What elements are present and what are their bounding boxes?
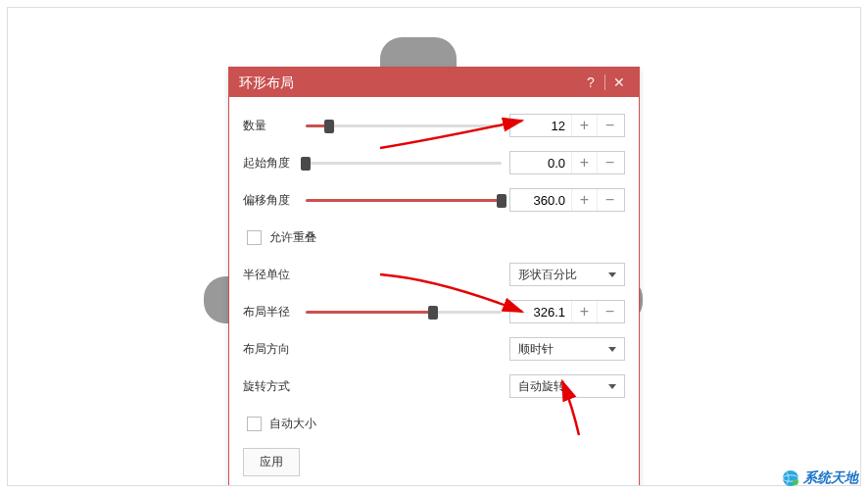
ring-layout-dialog: 环形布局 ? ✕ 数量 + − 起 — [228, 67, 640, 486]
start-angle-spinner: + − — [509, 151, 625, 174]
start-angle-input[interactable] — [510, 152, 571, 173]
radius-unit-value: 形状百分比 — [518, 267, 577, 283]
radius-unit-label: 半径单位 — [243, 267, 302, 283]
chevron-down-icon — [608, 272, 616, 277]
canvas-frame: 环形布局 ? ✕ 数量 + − 起 — [7, 7, 861, 486]
layout-radius-input[interactable] — [510, 301, 571, 322]
count-input[interactable] — [510, 115, 571, 136]
row-count: 数量 + − — [243, 113, 625, 138]
plus-icon[interactable]: + — [571, 301, 597, 322]
rotate-mode-select[interactable]: 自动旋转 — [509, 374, 625, 398]
offset-angle-label: 偏移角度 — [243, 192, 302, 209]
plus-icon[interactable]: + — [571, 152, 597, 173]
apply-button[interactable]: 应用 — [243, 448, 300, 476]
close-icon[interactable]: ✕ — [609, 68, 629, 97]
layout-radius-slider[interactable] — [306, 304, 502, 320]
radius-unit-select[interactable]: 形状百分比 — [509, 263, 625, 286]
checkbox-icon[interactable] — [247, 417, 262, 431]
row-direction: 布局方向 顺时针 — [243, 336, 625, 362]
row-layout-radius: 布局半径 + − — [243, 299, 625, 324]
rotate-mode-value: 自动旋转 — [518, 378, 565, 395]
row-apply: 应用 — [243, 448, 625, 476]
help-icon[interactable]: ? — [581, 68, 601, 97]
row-radius-unit: 半径单位 形状百分比 — [243, 262, 625, 287]
direction-label: 布局方向 — [243, 341, 302, 358]
row-auto-size: 自动大小 — [243, 411, 625, 436]
count-slider[interactable] — [306, 118, 502, 133]
minus-icon[interactable]: − — [597, 189, 622, 211]
chevron-down-icon — [608, 384, 616, 389]
offset-angle-input[interactable] — [510, 189, 571, 211]
minus-icon[interactable]: − — [597, 152, 622, 173]
direction-value: 顺时针 — [518, 341, 554, 358]
slider-thumb[interactable] — [301, 157, 311, 171]
offset-angle-spinner: + − — [509, 188, 625, 212]
auto-size-label: 自动大小 — [269, 416, 316, 432]
dialog-titlebar[interactable]: 环形布局 ? ✕ — [229, 68, 639, 97]
layout-radius-spinner: + − — [509, 300, 625, 323]
row-allow-overlap: 允许重叠 — [243, 224, 625, 250]
allow-overlap-checkbox[interactable]: 允许重叠 — [247, 229, 316, 246]
globe-icon — [782, 469, 799, 487]
minus-icon[interactable]: − — [597, 115, 622, 136]
rotate-mode-label: 旋转方式 — [243, 378, 302, 395]
titlebar-divider — [604, 74, 605, 90]
dialog-title: 环形布局 — [239, 68, 581, 97]
dialog-body: 数量 + − 起始角度 — [229, 97, 639, 486]
slider-thumb[interactable] — [324, 120, 334, 133]
start-angle-label: 起始角度 — [243, 155, 302, 172]
direction-select[interactable]: 顺时针 — [509, 337, 625, 361]
slider-thumb[interactable] — [497, 194, 506, 208]
offset-angle-slider[interactable] — [306, 192, 502, 208]
plus-icon[interactable]: + — [571, 189, 597, 211]
layout-radius-label: 布局半径 — [243, 304, 302, 320]
count-spinner: + − — [509, 114, 625, 137]
start-angle-slider[interactable] — [306, 155, 502, 171]
allow-overlap-label: 允许重叠 — [269, 229, 316, 246]
minus-icon[interactable]: − — [597, 301, 622, 322]
chevron-down-icon — [608, 347, 616, 352]
watermark-text: 系统天地 — [803, 469, 858, 487]
row-rotate-mode: 旋转方式 自动旋转 — [243, 373, 625, 399]
watermark: 系统天地 — [782, 469, 858, 487]
row-offset-angle: 偏移角度 + − — [243, 187, 625, 213]
row-start-angle: 起始角度 + − — [243, 150, 625, 175]
checkbox-icon[interactable] — [247, 230, 262, 245]
slider-thumb[interactable] — [428, 306, 438, 320]
svg-point-2 — [793, 479, 798, 485]
auto-size-checkbox[interactable]: 自动大小 — [247, 416, 316, 432]
plus-icon[interactable]: + — [571, 115, 597, 136]
count-label: 数量 — [243, 118, 302, 134]
